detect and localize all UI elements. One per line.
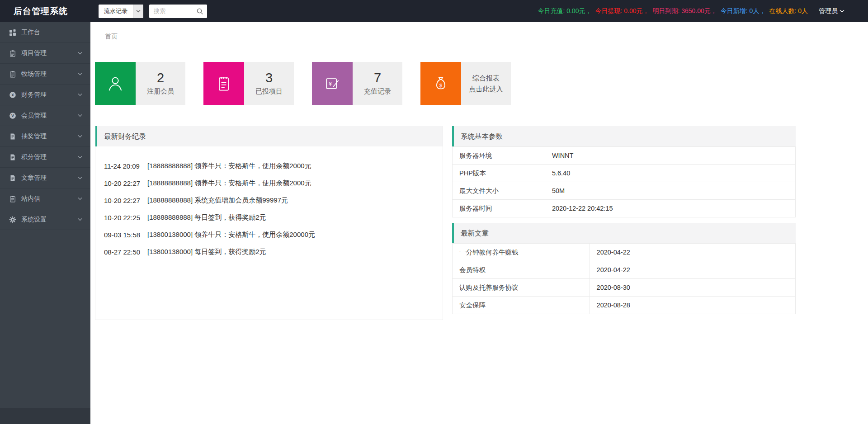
sidebar-item-label: 文章管理 <box>21 174 78 182</box>
sidebar-item-label: 抽奖管理 <box>21 132 78 141</box>
search-icon[interactable] <box>196 8 203 15</box>
sidebar: 工作台 项目管理 牧场管理 ¥ 财务管理 <box>0 22 90 424</box>
document-icon <box>9 174 16 182</box>
admin-label: 管理员 <box>819 7 838 15</box>
finance-records-list: 11-24 20:09 [18888888888] 领养牛只：安格斯牛，使用余额… <box>95 146 443 320</box>
record-text: [18888888888] 每日签到，获得奖励2元 <box>147 213 266 222</box>
article-title[interactable]: 认购及托养服务协议 <box>453 279 590 297</box>
v-circle-icon: V <box>9 112 16 119</box>
sidebar-item-members[interactable]: V 会员管理 <box>0 105 90 126</box>
app-title: 后台管理系统 <box>0 5 90 17</box>
param-label: 最大文件大小 <box>453 182 545 200</box>
finance-record-row: 10-20 22:27 [18888888888] 系统充值增加会员余额9999… <box>104 192 438 209</box>
topbar: 后台管理系统 流水记录 今日充值: 0.00元， 今日提现: 0.00元， 明日… <box>0 0 868 22</box>
article-row: 安全保障 2020-08-28 <box>453 297 796 314</box>
admin-menu[interactable]: 管理员 <box>819 7 844 15</box>
stat-card-body: 综合报表 点击此进入 <box>461 62 511 105</box>
articles-table: 一分钟教何养牛赚钱 2020-04-22 会员特权 2020-04-22 认购及… <box>452 243 796 314</box>
main-content: 首页 2 注册会员 <box>90 22 868 424</box>
record-time: 10-20 22:25 <box>104 214 147 221</box>
panel-title: 最新文章 <box>452 223 796 243</box>
document-icon <box>9 133 16 140</box>
sidebar-item-lottery[interactable]: 抽奖管理 <box>0 126 90 147</box>
article-date: 2020-04-22 <box>590 244 795 261</box>
stat-due-tomorrow: 明日到期: 3650.00元， <box>652 7 717 15</box>
svg-text:V: V <box>11 113 14 118</box>
finance-record-row: 10-20 22:27 [18888888888] 领养牛只：安格斯牛，使用余额… <box>104 174 438 192</box>
stat-card-members[interactable]: 2 注册会员 <box>95 62 185 105</box>
sidebar-item-messages[interactable]: 站内信 <box>0 188 90 209</box>
record-text: [18888888888] 领养牛只：安格斯牛，使用余额2000元 <box>147 162 311 170</box>
stat-card-value: 2 <box>157 71 164 85</box>
svg-text:¥: ¥ <box>328 80 332 87</box>
sidebar-item-articles[interactable]: 文章管理 <box>0 168 90 188</box>
user-icon <box>95 62 136 105</box>
article-date: 2020-08-30 <box>590 279 795 297</box>
record-time: 09-03 15:58 <box>104 231 147 239</box>
chevron-down-icon <box>78 52 82 55</box>
stat-card-projects[interactable]: 3 已投项目 <box>203 62 294 105</box>
article-row: 认购及托养服务协议 2020-08-30 <box>453 279 796 297</box>
param-value: 50M <box>545 182 795 200</box>
search-type-value: 流水记录 <box>99 5 133 18</box>
report-card-title: 综合报表 <box>472 73 500 84</box>
stat-card-value: 7 <box>374 71 381 85</box>
sidebar-item-label: 积分管理 <box>21 153 78 161</box>
stat-card-report[interactable]: $ 综合报表 点击此进入 <box>420 62 511 105</box>
param-label: 服务器时间 <box>453 200 545 217</box>
record-time: 11-24 20:09 <box>104 162 147 170</box>
sidebar-item-projects[interactable]: 项目管理 <box>0 43 90 64</box>
param-row: PHP版本 5.6.40 <box>453 165 796 182</box>
param-label: PHP版本 <box>453 165 545 182</box>
search-box <box>149 5 207 18</box>
stat-card-body: 2 注册会员 <box>136 62 185 105</box>
breadcrumb: 首页 <box>90 22 868 50</box>
finance-record-row: 11-24 20:09 [18888888888] 领养牛只：安格斯牛，使用余额… <box>104 157 438 174</box>
sidebar-item-label: 财务管理 <box>21 91 78 99</box>
sidebar-item-workbench[interactable]: 工作台 <box>0 22 90 43</box>
document-icon <box>9 154 16 161</box>
clipboard-icon <box>9 195 16 203</box>
finance-record-row: 08-27 22:50 [13800138000] 每日签到，获得奖励2元 <box>104 243 438 260</box>
stat-card-label: 充值记录 <box>364 87 391 96</box>
grid-icon <box>9 29 16 36</box>
stat-card-body: 3 已投项目 <box>244 62 294 105</box>
sidebar-item-pasture[interactable]: 牧场管理 <box>0 64 90 85</box>
article-date: 2020-08-28 <box>590 297 795 314</box>
chevron-down-icon <box>78 176 82 179</box>
stat-card-label: 注册会员 <box>147 87 174 96</box>
money-bag-icon: $ <box>420 62 461 105</box>
sidebar-item-points[interactable]: 积分管理 <box>0 147 90 168</box>
admin-app: 后台管理系统 流水记录 今日充值: 0.00元， 今日提现: 0.00元， 明日… <box>0 0 868 424</box>
breadcrumb-home[interactable]: 首页 <box>105 33 118 40</box>
report-card-subtitle: 点击此进入 <box>469 84 503 94</box>
yen-circle-icon: ¥ <box>9 91 16 99</box>
article-row: 会员特权 2020-04-22 <box>453 261 796 279</box>
sidebar-item-settings[interactable]: 系统设置 <box>0 209 90 230</box>
sidebar-footer <box>0 408 90 424</box>
yen-edit-icon: ¥ <box>312 62 353 105</box>
param-label: 服务器环境 <box>453 147 545 165</box>
stat-online-users: 在线人数: 0人 <box>769 7 808 15</box>
stat-recharge-today: 今日充值: 0.00元， <box>538 7 591 15</box>
sidebar-item-finance[interactable]: ¥ 财务管理 <box>0 85 90 105</box>
sidebar-item-label: 项目管理 <box>21 49 78 57</box>
article-title[interactable]: 安全保障 <box>453 297 590 314</box>
chevron-down-icon <box>840 9 844 13</box>
panel-title: 系统基本参数 <box>452 126 796 146</box>
topbar-stats: 今日充值: 0.00元， 今日提现: 0.00元， 明日到期: 3650.00元… <box>538 7 808 15</box>
article-row: 一分钟教何养牛赚钱 2020-04-22 <box>453 244 796 261</box>
stat-card-recharges[interactable]: ¥ 7 充值记录 <box>312 62 402 105</box>
param-row: 最大文件大小 50M <box>453 182 796 200</box>
search-type-select[interactable]: 流水记录 <box>99 5 143 18</box>
system-params-table: 服务器环境 WINNT PHP版本 5.6.40 最大文件大小 <box>452 146 796 217</box>
system-params-panel: 系统基本参数 服务器环境 WINNT PHP版本 5.6.40 <box>452 126 796 217</box>
article-title[interactable]: 一分钟教何养牛赚钱 <box>453 244 590 261</box>
svg-text:¥: ¥ <box>11 93 14 97</box>
article-title[interactable]: 会员特权 <box>453 261 590 279</box>
param-row: 服务器时间 2020-12-22 20:42:15 <box>453 200 796 217</box>
panel-title: 最新财务纪录 <box>95 126 443 146</box>
sidebar-item-label: 牧场管理 <box>21 70 78 78</box>
sidebar-item-label: 系统设置 <box>21 216 78 224</box>
stat-card-label: 已投项目 <box>255 87 283 96</box>
